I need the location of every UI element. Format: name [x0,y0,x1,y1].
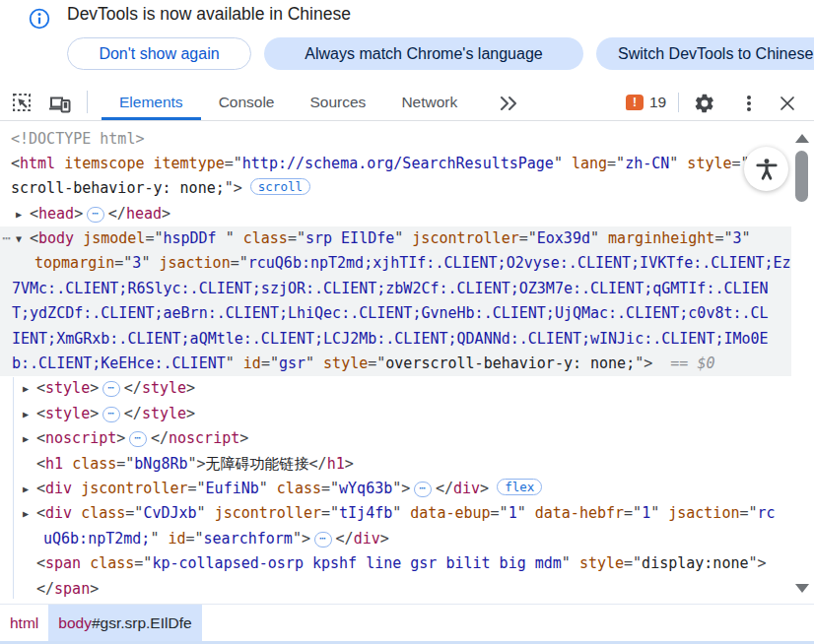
code-token: > [74,205,83,223]
code-token: =" [288,229,305,247]
code-token: " [562,554,571,572]
scroll-badge[interactable]: scroll [250,178,310,195]
code-token: 1 [509,504,517,522]
dom-tree-node[interactable]: ▶<div class="CvDJxb" jscontroller="tIj4f… [0,501,814,526]
expand-arrow-icon[interactable]: ▶ [23,426,29,451]
dom-tree-node[interactable]: ▶<style>⋯</style> [0,402,814,426]
expand-ellipsis-button[interactable]: ⋯ [87,207,104,223]
code-token: jsaction [159,254,230,272]
dom-tree-node[interactable]: IENT;XmGRxb:.CLIENT;aQMtle:.CLIENT;LCJ2M… [0,327,791,352]
code-token: class [243,229,288,247]
code-token: div [453,480,480,497]
code-token: jsaction [668,504,739,522]
code-token: rc [758,504,776,522]
code-token: style [687,155,731,172]
expand-ellipsis-button[interactable]: ⋯ [129,431,147,447]
dom-tree-panel: <!DOCTYPE html><html itemscope itemtype=… [0,121,814,604]
vertical-scrollbar[interactable] [791,121,814,604]
code-token: < [36,504,45,522]
code-token: "> [748,554,766,572]
expand-ellipsis-button[interactable]: ⋯ [102,381,120,397]
code-token: > [480,480,489,497]
tab-sources[interactable]: Sources [293,84,384,120]
close-icon[interactable] [775,91,800,116]
code-token: < [36,554,45,572]
code-token: =" [261,354,279,372]
more-tabs-icon[interactable] [496,91,521,116]
code-token: data-ebup [410,504,490,522]
code-token: > [90,405,99,422]
dom-tree-node[interactable]: <html itemscope itemtype="http://schema.… [0,152,814,176]
scrollbar-thumb[interactable] [795,151,808,202]
code-token: < [11,155,20,172]
code-token: http://schema.org/SearchResultsPage [242,155,554,172]
expand-ellipsis-button[interactable]: ⋯ [314,532,332,547]
code-token: > [116,429,125,447]
dom-tree-node[interactable]: 7VMc:.CLIENT;R6Slyc:.CLIENT;szjOR:.CLIEN… [0,277,791,301]
switch-devtools-to-chinese-button[interactable]: Switch DevTools to Chinese [596,37,814,70]
code-token [563,155,572,172]
tab-network[interactable]: Network [383,84,475,120]
dom-tree-node[interactable]: topmargin="3" jsaction="rcuQ6b:npT2md;xj… [0,251,791,276]
code-token: style [579,554,624,572]
code-token: T;ydZCDf:.CLIENT;aeBrn:.CLIENT;LhiQec:.C… [12,304,769,322]
tab-elements[interactable]: Elements [102,84,201,120]
breadcrumb-item-html[interactable]: html [0,605,48,641]
dom-tree-node[interactable]: uQ6b:npT2md;" id="searchform">⋯</div> [0,527,814,551]
dom-tree-node[interactable]: ▶<style>⋯</style> [0,376,814,401]
dom-tree-node[interactable]: T;ydZCDf:.CLIENT;aeBrn:.CLIENT;LhiQec:.C… [0,301,791,326]
expand-arrow-icon[interactable]: ▶ [23,402,29,426]
code-token: style [323,354,368,372]
code-token [314,354,323,372]
scroll-up-icon[interactable] [795,134,809,143]
dom-tree-node[interactable]: </span> [0,577,814,602]
dom-tree-node[interactable]: ▶<head>⋯</head> [0,202,814,226]
expand-arrow-icon[interactable]: ▶ [16,202,22,226]
flex-badge[interactable]: flex [497,479,542,495]
code-token: =" [114,254,132,272]
code-token: =" [607,155,625,172]
code-token: div [45,504,72,522]
dom-tree-node[interactable]: <h1 class="bNg8Rb">无障碍功能链接</h1> [0,452,814,477]
code-token: data-hebfr [535,504,624,522]
dom-tree-node[interactable]: ▶<div jscontroller="EufiNb" class="wYq63… [0,477,814,501]
code-token: > [90,379,99,397]
don-t-show-again-button[interactable]: Don't show again [67,37,251,70]
dom-tree-node[interactable]: <span class="kp-collapsed-osrp kpshf lin… [0,551,814,576]
code-token: EufiNb [206,480,259,497]
device-toolbar-icon[interactable] [47,91,73,116]
code-token: </ [151,429,169,447]
expand-arrow-icon[interactable]: ▶ [23,501,29,526]
expand-arrow-icon[interactable]: ▶ [23,376,29,401]
dom-tree-node[interactable]: <!DOCTYPE html> [0,127,814,152]
accessibility-icon[interactable] [744,147,788,191]
code-token: tIj4fb [339,504,392,522]
expand-ellipsis-button[interactable]: ⋯ [102,407,120,422]
code-token: " [197,504,206,522]
code-token: =" [321,480,339,497]
code-token: > [186,379,195,397]
dom-tree-node[interactable]: b:.CLIENT;KeEHce:.CLIENT" id="gsr" style… [0,352,791,376]
dom-tree-node[interactable]: ▶<noscript>⋯</noscript> [0,426,814,451]
expand-arrow-icon[interactable]: ▶ [23,477,29,501]
issues-counter[interactable]: ! 19 [626,84,666,120]
settings-gear-icon[interactable] [692,91,717,116]
code-token: hspDDf [163,229,225,247]
scroll-down-icon[interactable] [795,584,809,593]
inspect-element-icon[interactable] [10,91,35,116]
dom-tree-node[interactable]: ⋯▼<body jsmodel="hspDDf " class="srp EIl… [0,226,791,251]
breadcrumb-item-body[interactable]: body#gsr.srp.EIlDfe [48,605,201,641]
code-token: =" [225,155,242,172]
code-token: < [36,379,45,397]
toolbar-divider [87,91,88,113]
menu-kebab-icon[interactable] [736,91,762,116]
code-token: == $0 [652,354,714,372]
expand-ellipsis-button[interactable]: ⋯ [414,482,432,497]
code-token: body [38,229,74,247]
code-token: =" [519,229,537,247]
always-match-chrome-s-language-button[interactable]: Always match Chrome's language [264,37,583,70]
collapse-arrow-icon[interactable]: ▼ [16,226,22,251]
tab-console[interactable]: Console [201,84,293,120]
dom-tree-node[interactable]: scroll-behavior-y: none;">scroll [0,176,814,201]
code-token: </ [124,379,142,397]
